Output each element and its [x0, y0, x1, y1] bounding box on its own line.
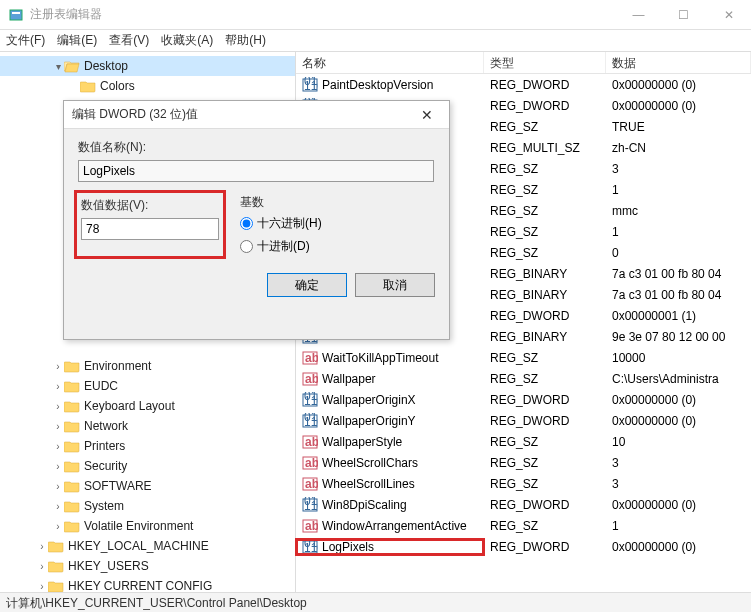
- sz-icon: [302, 476, 318, 492]
- tree-item[interactable]: ›EUDC: [0, 376, 295, 396]
- tree-item[interactable]: ▾Desktop: [0, 56, 295, 76]
- minimize-button[interactable]: —: [616, 0, 661, 30]
- dialog-title: 编辑 DWORD (32 位)值: [72, 106, 413, 123]
- value-row[interactable]: Win8DpiScalingREG_DWORD0x00000000 (0): [296, 494, 751, 515]
- value-data-input[interactable]: [81, 218, 219, 240]
- value-row[interactable]: WindowArrangementActiveREG_SZ1: [296, 515, 751, 536]
- value-name-label: 数值名称(N):: [78, 139, 435, 156]
- dword-icon: [302, 413, 318, 429]
- app-icon: [8, 7, 24, 23]
- menu-edit[interactable]: 编辑(E): [57, 32, 97, 49]
- maximize-button[interactable]: ☐: [661, 0, 706, 30]
- value-row[interactable]: WallpaperStyleREG_SZ10: [296, 431, 751, 452]
- sz-icon: [302, 455, 318, 471]
- tree-item[interactable]: ›Keyboard Layout: [0, 396, 295, 416]
- sz-icon: [302, 350, 318, 366]
- value-name-input[interactable]: [78, 160, 434, 182]
- menu-favorites[interactable]: 收藏夹(A): [161, 32, 213, 49]
- base-label: 基数: [240, 194, 322, 211]
- tree-item[interactable]: ›Network: [0, 416, 295, 436]
- ok-button[interactable]: 确定: [267, 273, 347, 297]
- value-data-label: 数值数据(V):: [81, 197, 219, 214]
- dialog-close-icon[interactable]: ✕: [413, 107, 441, 123]
- value-row[interactable]: PaintDesktopVersionREG_DWORD0x00000000 (…: [296, 74, 751, 95]
- dword-icon: [302, 392, 318, 408]
- dword-icon: [302, 539, 318, 555]
- sz-icon: [302, 518, 318, 534]
- tree-item[interactable]: ›Printers: [0, 436, 295, 456]
- status-bar: 计算机\HKEY_CURRENT_USER\Control Panel\Desk…: [0, 592, 751, 612]
- tree-item[interactable]: ›Security: [0, 456, 295, 476]
- column-header[interactable]: 名称 类型 数据: [296, 52, 751, 74]
- sz-icon: [302, 371, 318, 387]
- dword-icon: [302, 497, 318, 513]
- tree-item[interactable]: ›System: [0, 496, 295, 516]
- value-row[interactable]: WallpaperOriginXREG_DWORD0x00000000 (0): [296, 389, 751, 410]
- value-row[interactable]: WheelScrollLinesREG_SZ3: [296, 473, 751, 494]
- tree-item[interactable]: ›Volatile Environment: [0, 516, 295, 536]
- menu-view[interactable]: 查看(V): [109, 32, 149, 49]
- sz-icon: [302, 434, 318, 450]
- tree-item[interactable]: ›HKEY_LOCAL_MACHINE: [0, 536, 295, 556]
- title-bar: 注册表编辑器 — ☐ ✕: [0, 0, 751, 30]
- tree-item[interactable]: ›HKEY_USERS: [0, 556, 295, 576]
- radio-dec[interactable]: 十进制(D): [240, 238, 322, 255]
- tree-item[interactable]: ›HKEY CURRENT CONFIG: [0, 576, 295, 592]
- edit-dword-dialog: 编辑 DWORD (32 位)值 ✕ 数值名称(N): 数值数据(V): 基数 …: [63, 100, 450, 340]
- window-title: 注册表编辑器: [30, 6, 616, 23]
- value-row[interactable]: WallpaperOriginYREG_DWORD0x00000000 (0): [296, 410, 751, 431]
- value-row[interactable]: WheelScrollCharsREG_SZ3: [296, 452, 751, 473]
- value-row[interactable]: LogPixelsREG_DWORD0x00000000 (0): [296, 536, 751, 557]
- value-row[interactable]: WallpaperREG_SZC:\Users\Administra: [296, 368, 751, 389]
- col-type[interactable]: 类型: [484, 52, 606, 73]
- close-button[interactable]: ✕: [706, 0, 751, 30]
- menu-file[interactable]: 文件(F): [6, 32, 45, 49]
- value-row[interactable]: WaitToKillAppTimeoutREG_SZ10000: [296, 347, 751, 368]
- tree-item[interactable]: ›SOFTWARE: [0, 476, 295, 496]
- col-name[interactable]: 名称: [296, 52, 484, 73]
- col-data[interactable]: 数据: [606, 52, 751, 73]
- tree-item[interactable]: ›Environment: [0, 356, 295, 376]
- menu-bar: 文件(F) 编辑(E) 查看(V) 收藏夹(A) 帮助(H): [0, 30, 751, 52]
- radio-hex[interactable]: 十六进制(H): [240, 215, 322, 232]
- tree-item[interactable]: Colors: [0, 76, 295, 96]
- cancel-button[interactable]: 取消: [355, 273, 435, 297]
- menu-help[interactable]: 帮助(H): [225, 32, 266, 49]
- dword-icon: [302, 77, 318, 93]
